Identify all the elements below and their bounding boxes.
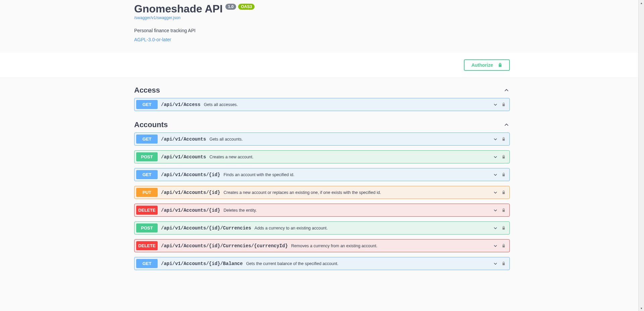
method-badge: GET [136,135,158,144]
operation-row[interactable]: GET/api/v1/Accounts/{id}/BalanceGets the… [134,257,510,270]
chevron-down-icon [493,261,498,266]
chevron-down-icon [493,154,498,160]
lock-icon [501,102,506,107]
lock-icon [501,137,506,142]
authorize-button[interactable]: Authorize [464,59,510,71]
operation-row[interactable]: POST/api/v1/AccountsCreates a new accoun… [134,150,510,163]
operation-summary: Creates a new account or replaces an exi… [223,190,493,195]
operation-path: /api/v1/Accounts/{id}/Currencies [161,225,251,231]
operation-summary: Creates a new account. [209,155,493,159]
operation-row[interactable]: DELETE/api/v1/Accounts/{id}Deletes the e… [134,204,510,217]
operation-summary: Removes a currency from an existing acco… [291,244,493,248]
lock-icon [501,261,506,266]
lock-icon [501,154,506,159]
chevron-down-icon [493,172,498,177]
operation-row[interactable]: GET/api/v1/AccessGets all accesses. [134,98,510,111]
scrollbar[interactable]: ▴ ▾ [638,0,644,285]
operation-path: /api/v1/Accounts [161,154,206,160]
lock-icon [501,225,506,230]
operation-row[interactable]: GET/api/v1/Accounts/{id}Finds an account… [134,168,510,181]
operation-path: /api/v1/Accounts/{id}/Currencies/{curren… [161,243,288,249]
chevron-down-icon [493,137,498,142]
unlock-icon [498,62,502,68]
method-badge: GET [136,170,158,179]
version-badge: 1.0 [225,4,236,10]
method-badge: GET [136,100,158,109]
chevron-down-icon [493,225,498,231]
chevron-down-icon [493,208,498,213]
chevron-down-icon [493,190,498,195]
operation-row[interactable]: DELETE/api/v1/Accounts/{id}/Currencies/{… [134,239,510,252]
operation-row[interactable]: POST/api/v1/Accounts/{id}/CurrenciesAdds… [134,221,510,235]
method-badge: POST [136,152,158,161]
method-badge: POST [136,223,158,232]
lock-icon [501,208,506,213]
authorize-label: Authorize [471,62,493,68]
operation-path: /api/v1/Accounts [161,137,206,142]
method-badge: DELETE [136,206,158,215]
operation-summary: Finds an account with the specified id. [223,172,493,177]
tag-name: Access [134,86,160,95]
license-link[interactable]: AGPL-3.0-or-later [134,37,171,42]
operation-summary: Gets the current balance of the specifie… [246,261,493,266]
operation-path: /api/v1/Accounts/{id} [161,172,220,177]
operation-summary: Gets all accesses. [204,102,493,107]
lock-icon [501,243,506,248]
chevron-up-icon [503,87,510,94]
operation-row[interactable]: PUT/api/v1/Accounts/{id}Creates a new ac… [134,186,510,199]
chevron-down-icon [493,102,498,107]
api-title: Gnomeshade API 1.0 OAS3 [134,3,510,14]
lock-icon [501,190,506,195]
oas-badge: OAS3 [238,4,255,10]
lock-icon [501,172,506,177]
chevron-down-icon [493,243,498,249]
spec-url-link[interactable]: /swagger/v1/swagger.json [134,15,180,20]
tag-header[interactable]: Accounts [134,116,510,133]
method-badge: DELETE [136,241,158,250]
operation-summary: Deletes the entity. [223,208,493,213]
operation-summary: Gets all accounts. [209,137,493,142]
tag-header[interactable]: Access [134,81,510,98]
method-badge: GET [136,259,158,268]
tag-name: Accounts [134,120,168,129]
method-badge: PUT [136,188,158,197]
operation-row[interactable]: GET/api/v1/AccountsGets all accounts. [134,133,510,146]
operation-summary: Adds a currency to an existing account. [255,226,493,230]
operation-path: /api/v1/Access [161,102,201,107]
scroll-up-icon[interactable]: ▴ [639,0,644,6]
operation-path: /api/v1/Accounts/{id} [161,190,220,195]
api-description: Personal finance tracking API [134,28,510,33]
operation-path: /api/v1/Accounts/{id} [161,208,220,213]
chevron-up-icon [503,121,510,128]
operation-path: /api/v1/Accounts/{id}/Balance [161,261,243,266]
api-title-text: Gnomeshade API [134,3,223,14]
